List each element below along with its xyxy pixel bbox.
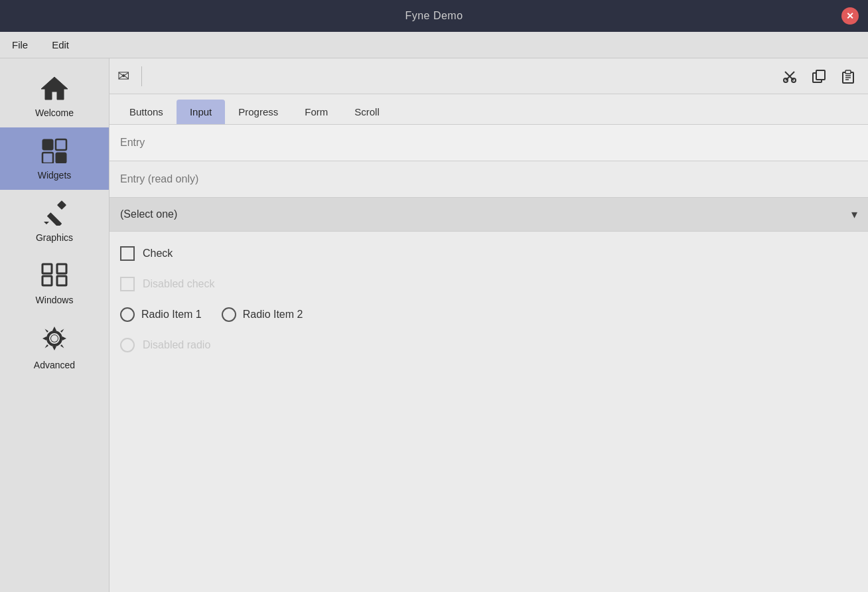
svg-rect-24 [845, 70, 851, 74]
radio-item-2[interactable]: Radio Item 2 [222, 307, 303, 322]
svg-rect-9 [57, 264, 66, 273]
select-label: (Select one) [120, 208, 851, 220]
select-dropdown[interactable]: (Select one) ▾ [109, 198, 868, 232]
tab-progress[interactable]: Progress [225, 100, 291, 124]
svg-rect-3 [42, 153, 53, 163]
close-button[interactable]: ✕ [841, 7, 859, 25]
svg-marker-0 [41, 77, 68, 100]
sidebar-label-widgets: Widgets [38, 170, 72, 181]
check-checkbox[interactable] [120, 246, 135, 261]
check-row[interactable]: Check [120, 238, 857, 269]
menu-edit[interactable]: Edit [46, 37, 74, 53]
pencil-icon [40, 199, 69, 230]
svg-marker-7 [44, 222, 49, 224]
radio-label-2: Radio Item 2 [243, 309, 303, 321]
menu-file[interactable]: File [7, 37, 33, 53]
svg-rect-5 [57, 200, 66, 210]
radio-group-row: Radio Item 1 Radio Item 2 [120, 299, 857, 330]
mail-icon: ✉ [117, 68, 129, 85]
disabled-check-label: Disabled check [143, 278, 215, 290]
app-title: Fyne Demo [405, 10, 463, 22]
svg-rect-2 [56, 139, 66, 150]
input-section: (Select one) ▾ Check Disabled check [109, 125, 868, 367]
svg-point-14 [51, 335, 58, 342]
radio-circle-2[interactable] [222, 307, 236, 322]
svg-rect-1 [42, 139, 53, 150]
main-layout: Welcome Widgets Graphics [0, 58, 868, 592]
tab-scroll[interactable]: Scroll [341, 100, 393, 124]
copy-button[interactable] [807, 64, 831, 88]
gear-icon [40, 324, 69, 357]
sidebar-label-windows: Windows [36, 295, 74, 305]
sidebar-item-advanced[interactable]: Advanced [0, 315, 109, 380]
svg-line-19 [785, 72, 790, 76]
tab-input[interactable]: Input [177, 100, 225, 124]
controls-section: Check Disabled check Radio Item 1 [109, 232, 868, 367]
disabled-check-row: Disabled check [120, 269, 857, 299]
radio-item-1[interactable]: Radio Item 1 [120, 307, 202, 322]
paste-button[interactable] [836, 64, 860, 88]
title-bar: Fyne Demo ✕ [0, 0, 868, 32]
radio-circle-1[interactable] [120, 307, 135, 322]
sidebar: Welcome Widgets Graphics [0, 58, 109, 592]
content-body: (Select one) ▾ Check Disabled check [109, 125, 868, 592]
toolbar-divider [141, 66, 142, 86]
home-icon [40, 74, 69, 105]
sidebar-item-windows[interactable]: Windows [0, 252, 109, 315]
widgets-icon [40, 137, 69, 167]
svg-rect-22 [816, 70, 825, 80]
sidebar-item-welcome[interactable]: Welcome [0, 65, 109, 127]
cut-button[interactable] [778, 64, 802, 88]
content-area: ✉ [109, 58, 868, 592]
svg-rect-6 [47, 212, 62, 226]
disabled-radio-label: Disabled radio [143, 339, 210, 351]
disabled-radio-row: Disabled radio [120, 330, 857, 360]
sidebar-label-advanced: Advanced [34, 360, 75, 370]
check-label: Check [143, 248, 173, 259]
entry-input[interactable] [109, 125, 868, 161]
windows-icon [40, 261, 69, 292]
entry-readonly-input [109, 161, 868, 198]
tab-buttons[interactable]: Buttons [116, 100, 177, 124]
disabled-check-checkbox [120, 277, 135, 291]
svg-rect-11 [57, 276, 66, 285]
sidebar-item-graphics[interactable]: Graphics [0, 190, 109, 252]
toolbar: ✉ [109, 58, 868, 94]
svg-rect-8 [42, 264, 52, 273]
chevron-down-icon: ▾ [851, 207, 857, 222]
svg-rect-4 [56, 153, 66, 163]
sidebar-label-welcome: Welcome [35, 108, 74, 118]
svg-line-20 [790, 72, 794, 76]
tab-form[interactable]: Form [291, 100, 341, 124]
disabled-radio-circle [120, 338, 135, 352]
tabs-bar: Buttons Input Progress Form Scroll [109, 94, 868, 125]
sidebar-label-graphics: Graphics [36, 232, 73, 243]
radio-label-1: Radio Item 1 [141, 309, 202, 321]
sidebar-item-widgets[interactable]: Widgets [0, 127, 109, 190]
menu-bar: File Edit [0, 32, 868, 58]
svg-rect-10 [42, 276, 52, 285]
